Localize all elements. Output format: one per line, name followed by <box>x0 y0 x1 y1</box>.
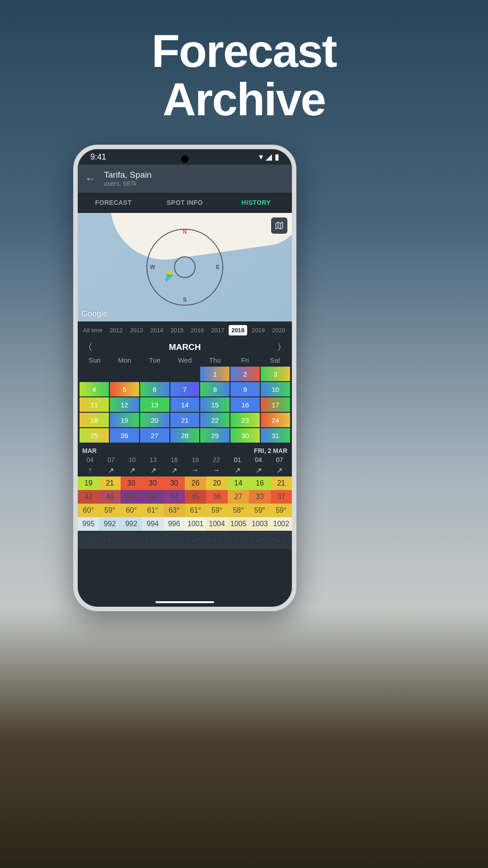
year-202[interactable]: 202 <box>290 325 292 335</box>
calendar-empty <box>80 367 109 381</box>
calendar-day[interactable]: 25 <box>80 428 109 443</box>
year-2020[interactable]: 2020 <box>269 325 288 335</box>
data-cell: 59° <box>206 504 227 517</box>
hour-label: 04 <box>248 456 269 463</box>
data-cell: 1001 <box>185 517 206 531</box>
calendar-day[interactable]: 7 <box>170 382 200 396</box>
home-indicator[interactable] <box>155 601 214 603</box>
phone-frame: 9:41 ▾ ◢ ▮ ← Tarifa, Spain users: 687k F… <box>73 145 296 611</box>
precipitation-row: ⠂⠄⠂⠂⠄⠂⠂⠄⠂⠂⠄⠂⠂⠄⠂⠂⠄⠂⠂⠄⠂⠂⠄⠂⠂⠄⠂⠂⠄⠂ <box>78 531 292 549</box>
hour-label: 16 <box>164 456 185 463</box>
data-cell: 1003 <box>249 517 270 531</box>
calendar-day[interactable]: 13 <box>140 397 169 412</box>
data-cell: 55 <box>121 490 142 504</box>
prev-month-icon[interactable]: 〈 <box>84 342 92 353</box>
hour-label: 22 <box>206 456 227 463</box>
calendar-day[interactable]: 12 <box>110 397 139 412</box>
precip-icon: ⠂⠄⠂ <box>227 535 248 542</box>
year-2017[interactable]: 2017 <box>208 325 227 335</box>
calendar-day[interactable]: 30 <box>230 428 260 443</box>
data-cell: 46 <box>99 490 120 504</box>
calendar-day[interactable]: 23 <box>230 413 260 427</box>
precip-icon: ⠂⠄⠂ <box>164 535 185 542</box>
calendar-day[interactable]: 4 <box>80 382 109 396</box>
data-cell: 61° <box>185 504 206 517</box>
calendar-day[interactable]: 27 <box>140 428 169 443</box>
calendar-day[interactable]: 2 <box>230 367 260 381</box>
year-2018[interactable]: 2018 <box>229 325 247 335</box>
camera-cutout <box>181 156 188 163</box>
data-cell: 995 <box>78 517 99 531</box>
map-view[interactable]: N S E W Google <box>78 213 292 321</box>
tab-spotinfo[interactable]: SPOT INFO <box>149 193 221 212</box>
calendar-day[interactable]: 5 <box>110 382 139 396</box>
next-month-icon[interactable]: 〉 <box>277 342 286 353</box>
data-cell: 58° <box>228 504 249 517</box>
calendar-day[interactable]: 29 <box>200 428 230 443</box>
dow-label: Thu <box>200 356 230 364</box>
wind-direction-row: ↑↗↗↗↗→→↗↗↗ <box>78 464 292 476</box>
calendar-day[interactable]: 10 <box>261 382 290 396</box>
calendar-day[interactable]: 16 <box>230 397 260 412</box>
dow-label: Fri <box>230 356 260 364</box>
detail-header: MAR FRI, 2 MAR <box>78 443 292 455</box>
data-cell: 994 <box>142 517 163 531</box>
data-cell: 19 <box>78 476 99 490</box>
data-cell: 996 <box>164 517 185 531</box>
calendar-day[interactable]: 8 <box>200 382 230 396</box>
map-icon <box>275 221 284 230</box>
calendar-day[interactable]: 19 <box>110 413 139 427</box>
tab-history[interactable]: HISTORY <box>221 193 292 212</box>
wind-arrow-icon: ↗ <box>122 466 143 475</box>
data-cell: 992 <box>121 517 142 531</box>
data-cell: 992 <box>99 517 120 531</box>
calendar-day[interactable]: 3 <box>261 367 290 381</box>
year-2016[interactable]: 2016 <box>188 325 206 335</box>
data-cell: 63° <box>164 504 185 517</box>
year-2012[interactable]: 2012 <box>107 325 126 335</box>
year-selector[interactable]: All time20122013201420152016201720182019… <box>78 321 292 339</box>
detail-month-label: MAR <box>82 447 97 454</box>
hour-label: 07 <box>101 456 122 463</box>
status-time: 9:41 <box>90 152 106 162</box>
data-cell: 60° <box>78 504 99 517</box>
calendar-day[interactable]: 21 <box>170 413 200 427</box>
year-2014[interactable]: 2014 <box>147 325 166 335</box>
calendar-day[interactable]: 11 <box>80 397 109 412</box>
year-2015[interactable]: 2015 <box>168 325 186 335</box>
calendar-day[interactable]: 17 <box>261 397 290 412</box>
wind-arrow-icon: → <box>185 466 206 475</box>
dow-label: Sun <box>80 356 110 364</box>
calendar-day[interactable]: 26 <box>110 428 139 443</box>
year-2013[interactable]: 2013 <box>127 325 146 335</box>
precip-icon: ⠂⠄⠂ <box>206 535 227 542</box>
dow-label: Tue <box>140 356 170 364</box>
calendar-day[interactable]: 15 <box>200 397 230 412</box>
calendar-day[interactable]: 31 <box>261 428 290 443</box>
wind-arrow-icon: ↗ <box>101 466 122 475</box>
calendar-day[interactable]: 22 <box>200 413 230 427</box>
calendar-day[interactable]: 14 <box>170 397 200 412</box>
calendar-day[interactable]: 9 <box>230 382 260 396</box>
calendar-day[interactable]: 28 <box>170 428 200 443</box>
map-layers-button[interactable] <box>271 217 287 234</box>
wifi-icon: ▾ <box>259 152 263 162</box>
hour-label: 01 <box>227 456 248 463</box>
calendar-empty <box>140 367 169 381</box>
tab-forecast[interactable]: FORECAST <box>78 193 149 212</box>
calendar-grid: 1234567891011121314151617181920212223242… <box>78 367 292 443</box>
data-cell: 21 <box>99 476 120 490</box>
hour-row: 04071013161922010407 <box>78 455 292 464</box>
year-All time[interactable]: All time <box>80 325 105 335</box>
calendar-day[interactable]: 18 <box>80 413 109 427</box>
data-cell: 59° <box>271 504 292 517</box>
battery-icon: ▮ <box>275 152 279 162</box>
data-cell: 14 <box>228 476 249 490</box>
calendar-day[interactable]: 20 <box>140 413 169 427</box>
back-icon[interactable]: ← <box>85 172 96 185</box>
calendar-day[interactable]: 24 <box>261 413 290 427</box>
calendar-day[interactable]: 1 <box>200 367 230 381</box>
year-2019[interactable]: 2019 <box>249 325 267 335</box>
calendar-day[interactable]: 6 <box>140 382 169 396</box>
location-users: users: 687k <box>104 180 152 187</box>
